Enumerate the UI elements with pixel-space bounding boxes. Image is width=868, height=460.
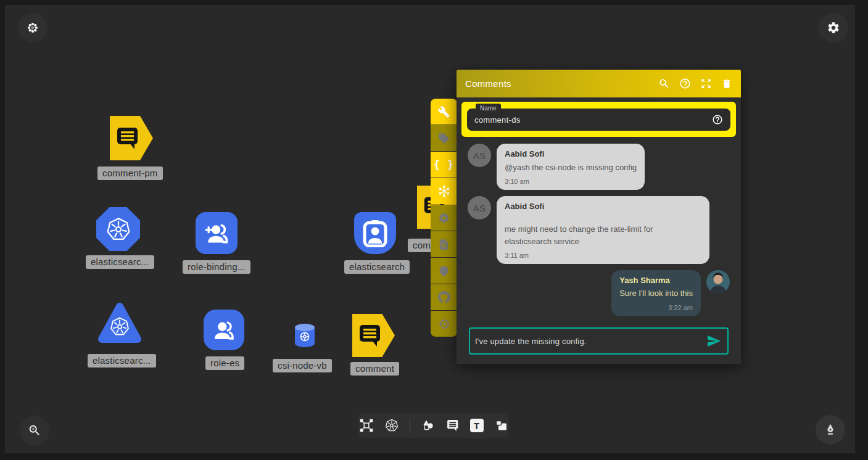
node-label: role-binding... bbox=[183, 260, 250, 274]
message-row: Yash Sharma Sure I'll look into this 3:2… bbox=[468, 270, 730, 316]
tag-icon bbox=[438, 133, 450, 144]
avatar-photo bbox=[706, 270, 730, 294]
gear-icon bbox=[438, 212, 450, 224]
toolbar-item-history[interactable] bbox=[431, 311, 457, 337]
comment-bubble-icon bbox=[357, 323, 383, 348]
message-text: Sure I'll look into this bbox=[619, 287, 693, 300]
toolbar-item-gear[interactable] bbox=[431, 205, 457, 231]
zoom-in-icon bbox=[28, 424, 41, 437]
doc-search-icon bbox=[438, 239, 450, 250]
trash-icon[interactable] bbox=[721, 78, 732, 89]
shapes-tool-button[interactable] bbox=[421, 418, 436, 433]
role-binding-icon bbox=[203, 220, 230, 247]
node-comment[interactable] bbox=[352, 314, 395, 357]
node-action-toolbar: { } bbox=[431, 99, 457, 337]
service-account-icon bbox=[363, 219, 387, 247]
node-role-es[interactable] bbox=[204, 310, 244, 350]
message-author: Yash Sharma bbox=[619, 276, 693, 285]
text-tool-icon: T bbox=[470, 419, 484, 432]
node-comment-pm[interactable] bbox=[110, 116, 153, 160]
panel-title: Comments bbox=[465, 78, 511, 89]
kubernetes-wheel-icon bbox=[105, 216, 132, 243]
node-label: csi-node-vb bbox=[273, 359, 332, 372]
name-field-section: Name bbox=[461, 102, 736, 137]
comments-panel-header[interactable]: Comments bbox=[457, 70, 741, 97]
message-row: AS Aabid Sofi me might need to change th… bbox=[468, 196, 730, 264]
message-bubble: Aabid Sofi @yash the csi-node is missing… bbox=[497, 144, 645, 190]
node-label: comment bbox=[350, 362, 399, 376]
history-icon bbox=[438, 318, 450, 330]
comment-tool-icon bbox=[446, 419, 460, 432]
shapes-icon bbox=[421, 418, 436, 433]
message-time: 3:10 am bbox=[505, 178, 637, 185]
message-time: 3:22 am bbox=[619, 304, 693, 311]
node-elasticsearch-sa[interactable] bbox=[354, 212, 396, 254]
name-input[interactable] bbox=[474, 115, 712, 125]
toolbar-item-tag[interactable] bbox=[431, 125, 457, 151]
node-elasticsearch-triangle[interactable] bbox=[97, 302, 142, 346]
message-text: @yash the csi-node is missing config bbox=[505, 162, 637, 174]
toolbar-item-braces[interactable]: { } bbox=[431, 152, 457, 178]
volume-cylinder-icon bbox=[292, 322, 317, 348]
braces-icon: { } bbox=[434, 158, 455, 171]
avatar-initials: AS bbox=[468, 196, 491, 220]
send-icon bbox=[706, 334, 721, 348]
message-bubble: Aabid Sofi me might need to change the r… bbox=[497, 196, 709, 264]
node-label: elasticsearc... bbox=[88, 354, 156, 368]
diagram-icon bbox=[359, 418, 374, 433]
node-label: elasticsearc... bbox=[86, 255, 154, 269]
app-window: comment-pm elasticsearc... bbox=[0, 0, 868, 460]
image-tool-button[interactable] bbox=[494, 418, 509, 433]
pen-tool-button[interactable] bbox=[816, 415, 845, 445]
node-label: role-es bbox=[205, 356, 244, 370]
toolbar-divider bbox=[410, 418, 410, 433]
avatar-initials: AS bbox=[468, 144, 491, 167]
node-label: elasticsearch bbox=[344, 260, 410, 274]
node-csi-node-vb[interactable] bbox=[292, 322, 317, 348]
flower-icon bbox=[26, 21, 39, 35]
image-tool-icon bbox=[494, 418, 509, 433]
node-label: comment-pm bbox=[97, 166, 163, 180]
text-tool-button[interactable]: T bbox=[470, 419, 484, 432]
kubernetes-icon bbox=[384, 418, 399, 433]
gear-icon bbox=[827, 21, 840, 35]
github-icon bbox=[438, 291, 450, 303]
shield-icon bbox=[438, 265, 450, 277]
app-menu-button[interactable] bbox=[18, 13, 48, 43]
field-help-icon[interactable] bbox=[712, 114, 723, 125]
toolbar-item-doc-search[interactable] bbox=[431, 231, 457, 257]
message-time: 3:11 am bbox=[505, 252, 701, 259]
kubernetes-tool-button[interactable] bbox=[384, 418, 399, 433]
pen-nib-icon bbox=[823, 422, 838, 437]
name-field-label: Name bbox=[476, 104, 501, 113]
message-author: Aabid Sofi bbox=[505, 149, 637, 158]
toolbar-item-wrench[interactable] bbox=[431, 99, 457, 125]
search-icon[interactable] bbox=[658, 78, 670, 89]
comment-tool-button[interactable] bbox=[446, 419, 460, 432]
node-elasticsearch-octagon[interactable] bbox=[96, 207, 140, 251]
toolbar-item-shield[interactable] bbox=[431, 258, 457, 284]
node-role-binding[interactable] bbox=[196, 212, 238, 254]
message-text: me might need to change the rate-limit f… bbox=[505, 223, 701, 248]
canvas-tools-toolbar: T bbox=[358, 413, 509, 438]
user-photo bbox=[706, 270, 730, 294]
zoom-button[interactable] bbox=[20, 416, 49, 445]
message-row: AS Aabid Sofi @yash the csi-node is miss… bbox=[468, 144, 730, 190]
expand-icon[interactable] bbox=[700, 78, 712, 89]
k8s-triangle-icon bbox=[97, 302, 142, 346]
settings-button[interactable] bbox=[819, 13, 848, 43]
message-author: Aabid Sofi bbox=[505, 202, 701, 211]
help-icon[interactable] bbox=[679, 78, 691, 89]
message-bubble: Yash Sharma Sure I'll look into this 3:2… bbox=[611, 270, 701, 316]
message-list[interactable]: AS Aabid Sofi @yash the csi-node is miss… bbox=[457, 137, 741, 324]
composer-input[interactable] bbox=[475, 337, 706, 346]
role-icon bbox=[211, 317, 237, 343]
toolbar-item-github[interactable] bbox=[431, 284, 457, 310]
comments-panel: Comments Name AS Aabid Sofi @yash the cs… bbox=[457, 70, 741, 364]
comment-composer[interactable] bbox=[469, 327, 729, 355]
wrench-icon bbox=[438, 106, 450, 118]
mesh-icon bbox=[437, 184, 451, 198]
diagram-tool-button[interactable] bbox=[359, 418, 374, 433]
send-button[interactable] bbox=[706, 334, 721, 348]
toolbar-item-mesh[interactable] bbox=[431, 178, 457, 204]
